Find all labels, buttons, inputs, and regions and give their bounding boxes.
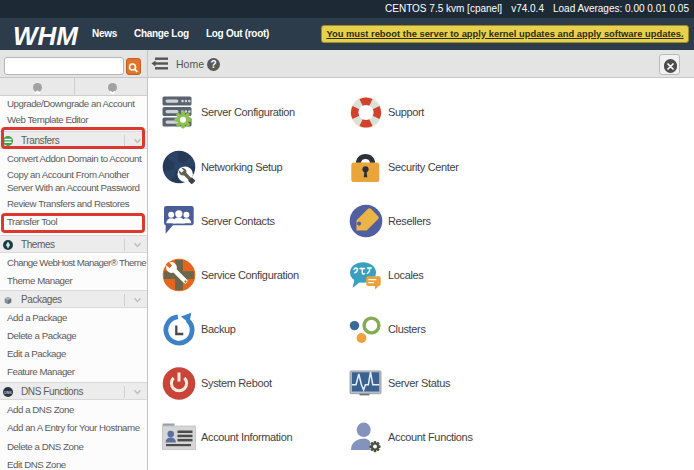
svg-text:DNS: DNS: [4, 391, 12, 395]
